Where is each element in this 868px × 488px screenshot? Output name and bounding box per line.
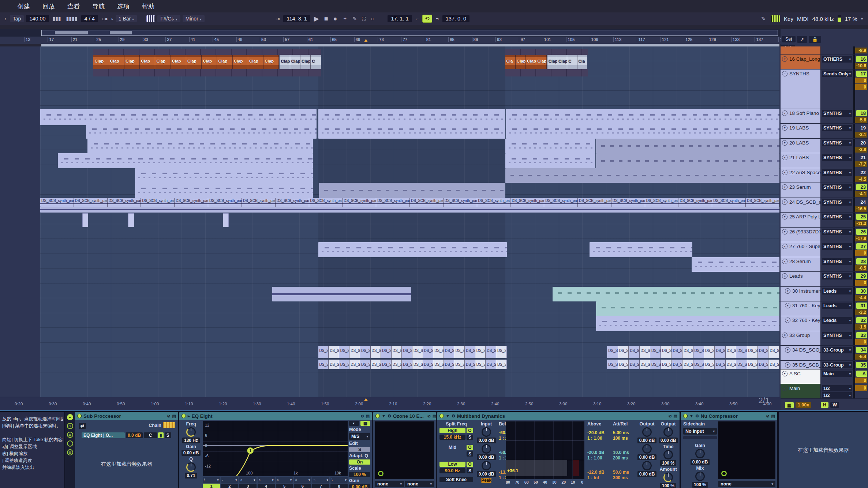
clip[interactable]: DS_SCB_synth_pad_onDS_SCB_synth_pad_onDS… xyxy=(40,198,779,207)
capture-midi-icon[interactable]: ○ xyxy=(369,16,375,22)
freq-value[interactable]: 130 Hz xyxy=(182,438,200,443)
clip[interactable]: DS_SCBDS_SCBDS_SCBDS_SCBDS_SCBDS_SCBDS_S… xyxy=(318,360,507,369)
eq-band-button[interactable]: 5 xyxy=(276,484,293,488)
track-fold-icon[interactable]: ▾ xyxy=(782,155,787,160)
track-volume-field[interactable]: -0.5 xyxy=(855,265,867,271)
punch-out-icon[interactable]: ¬ xyxy=(434,16,440,22)
clip[interactable] xyxy=(505,139,595,153)
track-name[interactable]: ▾32 760 - Keyt xyxy=(781,316,821,331)
track-activator-button[interactable]: 28 xyxy=(856,258,867,264)
band-output-knob[interactable] xyxy=(642,444,652,454)
key-map-button[interactable]: Key xyxy=(784,16,793,22)
overdub-icon[interactable]: ＋ xyxy=(341,15,349,22)
track-fold-icon[interactable]: ▾ xyxy=(785,362,790,368)
output-routing-dropdown[interactable]: Sends Only▾ xyxy=(822,71,852,77)
param-slot-1[interactable]: none▾ xyxy=(375,481,404,487)
rack-drop-zone[interactable]: 在这里加载音频效果器 xyxy=(101,461,152,468)
freeze-icon[interactable]: ⊘ xyxy=(668,414,671,418)
track-volume-field[interactable]: -10.6 xyxy=(855,63,867,69)
amount-value[interactable]: 100 % xyxy=(660,483,676,488)
clip[interactable] xyxy=(128,213,134,227)
device-title-bar[interactable]: ▼ ⚙ Ozone 10 E... ⊘ ▤ xyxy=(373,412,436,420)
output-routing-dropdown[interactable]: Leads▾ xyxy=(822,288,852,294)
track-name[interactable]: ▾18 Soft Piano xyxy=(781,109,821,123)
output-routing-dropdown[interactable]: SYNTHS▾ xyxy=(822,140,852,146)
eq-band-button[interactable]: 7 xyxy=(312,484,329,488)
track-lanes[interactable]: ClapClapClapClapClapClapClapClapClapClap… xyxy=(40,46,779,397)
clip[interactable] xyxy=(596,301,779,316)
high-s-button[interactable]: S xyxy=(467,435,473,440)
track-name[interactable]: ▾23 Serum xyxy=(781,183,821,198)
group-fold-icon[interactable]: ≡ xyxy=(782,71,787,76)
comment-icon[interactable]: … xyxy=(67,440,73,447)
track-fold-icon[interactable]: ▾ xyxy=(782,214,787,219)
track-name[interactable]: ▾31 760 - Keyt xyxy=(781,301,821,316)
track-name[interactable]: ≡SYNTHS xyxy=(781,70,821,109)
device-title-bar[interactable]: ▼ ⚙ Multiband Dynamics ⊘ ▤ xyxy=(437,412,680,420)
menu-item-查看[interactable]: 查看 xyxy=(67,2,80,11)
output-routing-dropdown[interactable]: SYNTHS▾ xyxy=(822,110,852,117)
keys-icon[interactable]: ▦ xyxy=(67,449,73,455)
save-preset-icon[interactable]: ▤ xyxy=(674,414,677,418)
freeze-icon[interactable]: ⊘ xyxy=(360,414,364,418)
track-activator-button[interactable]: 35 xyxy=(856,362,867,368)
freq-knob[interactable] xyxy=(186,427,196,437)
track-name[interactable]: ▾34 DS_SCO_s xyxy=(781,346,821,360)
track-name[interactable]: ▾27 760 - Super xyxy=(781,242,821,257)
edit-toggle[interactable]: S xyxy=(349,447,370,452)
hotswap-chain-icon[interactable]: ⇄ xyxy=(79,423,86,429)
above-ratio-field[interactable]: 1 : 1.00 xyxy=(587,455,611,461)
track-name[interactable]: ▾26 (9933D7D7- xyxy=(781,228,821,242)
send-field[interactable]: 0 xyxy=(855,84,867,90)
high-band-button[interactable]: High xyxy=(439,428,465,433)
amount-knob[interactable] xyxy=(663,473,673,482)
track-volume-field[interactable]: 0 xyxy=(855,250,867,256)
output-routing-dropdown[interactable]: SYNTHS▾ xyxy=(822,184,852,191)
track-volume-field[interactable]: -3.8 xyxy=(855,147,867,153)
sidechain-input-dropdown[interactable]: No Input▾ xyxy=(683,428,717,435)
scale-name-menu[interactable]: Minor ▾ xyxy=(183,15,205,22)
output-routing-dropdown[interactable]: SYNTHS▾ xyxy=(822,229,852,235)
cue-routing-dropdown[interactable]: 1/2▾ xyxy=(822,392,852,398)
clip[interactable]: DS_SCDS_SCDS_SCDS_SCDS_SCDS_SCDS_SCDS_SC… xyxy=(607,346,779,358)
q-knob[interactable] xyxy=(186,462,196,472)
track-fold-icon[interactable]: ▾ xyxy=(782,184,787,190)
menu-item-选项[interactable]: 选项 xyxy=(117,2,130,11)
freeze-icon[interactable]: ⊘ xyxy=(427,414,431,418)
output-routing-dropdown[interactable]: SYNTHS▾ xyxy=(822,273,852,279)
track-fold-icon[interactable]: ▾ xyxy=(782,199,787,205)
sidechain-gain-value[interactable]: 0.00 dB xyxy=(691,459,710,465)
tap-tempo-button[interactable]: Tap xyxy=(10,15,24,22)
save-preset-icon[interactable]: ▤ xyxy=(172,414,176,418)
track-name[interactable]: ▾28 Serum xyxy=(781,257,821,271)
track-activator-button[interactable]: 21 xyxy=(856,154,867,161)
device-drop-zone[interactable]: 在这里加载音频效果器 xyxy=(779,412,868,488)
above-threshold-field[interactable]: -12.0 dB xyxy=(587,470,611,475)
loop-length-field[interactable]: 137. 0. 0 xyxy=(442,15,469,22)
quantize-menu[interactable]: 1 Bar ▾ xyxy=(116,15,137,22)
high-freq-field[interactable]: 15.0 kHz xyxy=(439,435,465,440)
above-ratio-field[interactable]: 1 : 1.00 xyxy=(587,436,611,441)
clip[interactable] xyxy=(86,124,317,139)
mode-dropdown[interactable]: M/S▾ xyxy=(349,433,370,440)
global-output-knob[interactable] xyxy=(663,427,673,437)
track-volume-field[interactable]: -5.4 xyxy=(855,354,867,360)
power-icon[interactable]: ● xyxy=(67,414,73,420)
input-gain-knob[interactable] xyxy=(482,444,491,454)
send-field[interactable]: 0 xyxy=(855,78,867,83)
playback-speed-badge[interactable]: 1.00x xyxy=(796,402,811,408)
save-preset-icon[interactable]: ▤ xyxy=(366,414,370,418)
eq-band-button[interactable]: 4 xyxy=(258,484,275,488)
save-preset-icon[interactable]: ▤ xyxy=(433,414,436,418)
wrench-icon[interactable]: ⚙ xyxy=(695,414,699,418)
filter-type-dropdown[interactable]: ○▾ xyxy=(239,477,257,483)
track-fold-icon[interactable]: ▾ xyxy=(782,244,787,249)
fit-width-button[interactable]: W xyxy=(830,402,839,408)
mid-solo-button[interactable]: O xyxy=(467,445,473,450)
clip[interactable] xyxy=(318,242,507,257)
band-output-value[interactable]: 0.00 dB xyxy=(637,454,657,460)
clip[interactable] xyxy=(596,139,779,153)
clip[interactable] xyxy=(40,109,317,125)
clip[interactable] xyxy=(58,153,313,168)
track-name[interactable]: ▾24 DS_SCB_sy xyxy=(781,198,821,212)
